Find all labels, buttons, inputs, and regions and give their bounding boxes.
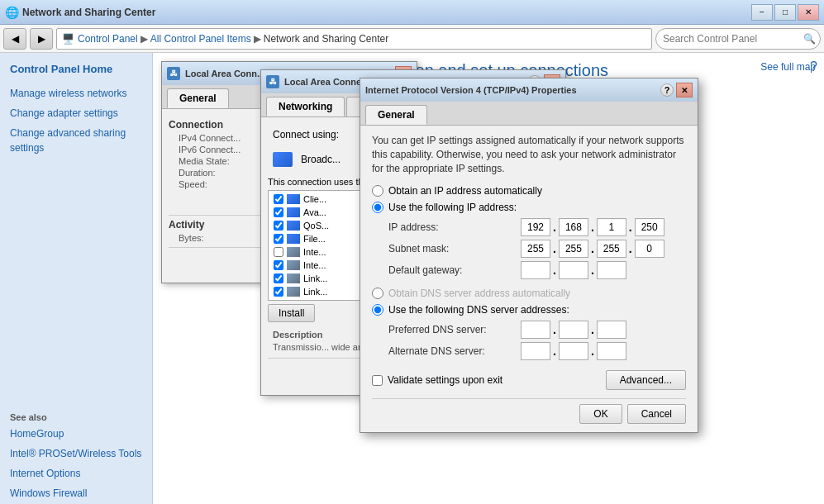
breadcrumb-cp[interactable]: Control Panel: [78, 33, 138, 45]
sidebar-change-advanced-sharing[interactable]: Change advanced sharing settings: [0, 123, 152, 158]
tcpip-gateway-o2[interactable]: [559, 261, 588, 279]
title-bar-left: 🌐 Network and Sharing Center: [5, 6, 155, 19]
tcpip-preferred-dns-o3[interactable]: [597, 321, 626, 339]
lac-icon: 🖧: [167, 67, 180, 80]
sidebar-intel-proset[interactable]: Intel® PROSet/Wireless Tools: [0, 444, 152, 464]
sidebar-control-panel-home[interactable]: Control Panel Home: [0, 59, 152, 78]
sidebar-manage-wireless[interactable]: Manage wireless networks: [0, 83, 152, 103]
tcpip-auto-dns-radio[interactable]: [372, 288, 383, 299]
component-name-7: Link...: [303, 287, 327, 297]
tcpip-auto-dns-label: Obtain DNS server address automatically: [388, 288, 570, 299]
content-area: ? View your basic network information an…: [153, 53, 824, 504]
window-controls: − □ ✕: [751, 4, 819, 21]
window-title: Network and Sharing Center: [22, 7, 155, 18]
component-checkbox-5[interactable]: [274, 260, 283, 270]
search-container: 🔍: [655, 28, 821, 50]
tcpip-help-button[interactable]: ?: [660, 83, 674, 97]
see-full-map-link[interactable]: See full map: [760, 61, 816, 73]
tcpip-subnet-o1[interactable]: [521, 240, 550, 258]
component-checkbox-7[interactable]: [274, 287, 283, 297]
lac-title-left: 🖧 Local Area Conn...: [167, 67, 264, 80]
component-checkbox-4[interactable]: [274, 247, 283, 257]
tcpip-preferred-dns-o1[interactable]: [521, 321, 550, 339]
tcpip-validate-row: Validate settings upon exit Advanced...: [372, 370, 686, 390]
tcpip-preferred-dns-o2[interactable]: [559, 321, 588, 339]
close-button[interactable]: ✕: [798, 4, 819, 21]
component-name-1: Ava...: [303, 207, 326, 217]
tcpip-alternate-dns-label: Alternate DNS server:: [388, 345, 521, 357]
search-input[interactable]: [655, 28, 821, 50]
tcpip-gateway-o3[interactable]: [597, 261, 626, 279]
tcpip-validate-checkbox[interactable]: [372, 375, 383, 386]
tcpip-subnet-o3[interactable]: [597, 240, 626, 258]
lac-tab-general[interactable]: General: [167, 88, 229, 108]
tcpip-dns-section: Obtain DNS server address automatically …: [372, 288, 686, 360]
tcpip-manual-ip-radio[interactable]: [372, 202, 383, 213]
main-layout: Control Panel Home Manage wireless netwo…: [0, 53, 824, 504]
component-name-3: File...: [303, 234, 326, 244]
lac-speed-label: Speed:: [179, 179, 245, 189]
forward-button[interactable]: ▶: [30, 28, 53, 50]
tcpip-manual-ip-option: Use the following IP address:: [372, 202, 686, 213]
tcpip-gateway-dot2: .: [590, 264, 595, 277]
tcpip-ip-dot3: .: [628, 221, 633, 234]
component-icon-2: [287, 221, 300, 231]
tcpip-subnet-o4[interactable]: [635, 240, 664, 258]
tcpip-gateway-o1[interactable]: [521, 261, 550, 279]
tcpip-alternate-dns-input-group: . .: [521, 342, 626, 360]
tcpip-ip-row: IP address: . . .: [388, 218, 686, 236]
tcpip-subnet-o2[interactable]: [559, 240, 588, 258]
maximize-button[interactable]: □: [774, 4, 796, 21]
tcpip-pdns-dot2: .: [590, 323, 595, 336]
tcpip-auto-ip-radio[interactable]: [372, 185, 383, 197]
tcpip-ip-o3[interactable]: [597, 218, 626, 236]
tcpip-subnet-dot1: .: [552, 242, 557, 255]
component-name-5: Inte...: [303, 260, 326, 270]
lac-props-install-button[interactable]: Install: [268, 304, 315, 322]
tcpip-ip-dot2: .: [590, 221, 595, 234]
component-name-4: Inte...: [303, 247, 326, 257]
component-checkbox-6[interactable]: [274, 273, 283, 283]
tcpip-alternate-dns-o2[interactable]: [559, 342, 588, 360]
lac-props-tab-networking[interactable]: Networking: [266, 97, 345, 116]
tcpip-subnet-row: Subnet mask: . . .: [388, 240, 686, 258]
search-icon[interactable]: 🔍: [801, 31, 817, 47]
component-icon-1: [287, 207, 300, 217]
tcpip-ip-input-group: . . .: [521, 218, 664, 236]
tcpip-preferred-dns-input-group: . .: [521, 321, 626, 339]
sidebar: Control Panel Home Manage wireless netwo…: [0, 53, 153, 504]
minimize-button[interactable]: −: [751, 4, 773, 21]
tcpip-ip-o4[interactable]: [635, 218, 664, 236]
component-checkbox-0[interactable]: [274, 194, 283, 204]
lac-bytes-label: Bytes:: [179, 233, 245, 243]
tcpip-ip-o1[interactable]: [521, 218, 550, 236]
tcpip-advanced-button[interactable]: Advanced...: [606, 370, 686, 390]
tcpip-alternate-dns-o3[interactable]: [597, 342, 626, 360]
tcpip-subnet-label: Subnet mask:: [388, 243, 521, 254]
tcpip-tab-general[interactable]: General: [365, 105, 427, 125]
breadcrumb-sep2: ▶: [254, 33, 261, 45]
component-checkbox-2[interactable]: [274, 221, 283, 231]
tcpip-close-button[interactable]: ✕: [676, 83, 693, 97]
sidebar-internet-options[interactable]: Internet Options: [0, 464, 152, 483]
sidebar-windows-firewall[interactable]: Windows Firewall: [0, 483, 152, 503]
breadcrumb: 🖥️ Control Panel ▶ All Control Panel Ite…: [56, 28, 652, 50]
sidebar-change-adapter[interactable]: Change adapter settings: [0, 103, 152, 123]
tcpip-alternate-dns-o1[interactable]: [521, 342, 550, 360]
tcpip-subnet-dot2: .: [590, 242, 595, 255]
breadcrumb-sep1: ▶: [141, 33, 148, 45]
tcpip-cancel-button[interactable]: Cancel: [627, 404, 686, 424]
tcpip-ip-fields: IP address: . . . Subnet mask:: [388, 218, 686, 279]
tcpip-content: You can get IP settings assigned automat…: [360, 126, 698, 432]
sidebar-homegroup[interactable]: HomeGroup: [0, 424, 152, 444]
component-checkbox-3[interactable]: [274, 234, 283, 244]
forward-icon: ▶: [38, 33, 45, 45]
back-button[interactable]: ◀: [3, 28, 26, 50]
tcpip-ip-o2[interactable]: [559, 218, 588, 236]
breadcrumb-all[interactable]: All Control Panel Items: [150, 33, 251, 45]
tcpip-manual-dns-radio[interactable]: [372, 304, 383, 316]
component-checkbox-1[interactable]: [274, 207, 283, 217]
tcpip-adns-dot1: .: [552, 345, 557, 358]
tcpip-auto-ip-label: Obtain an IP address automatically: [388, 185, 542, 197]
tcpip-ok-button[interactable]: OK: [579, 404, 622, 424]
